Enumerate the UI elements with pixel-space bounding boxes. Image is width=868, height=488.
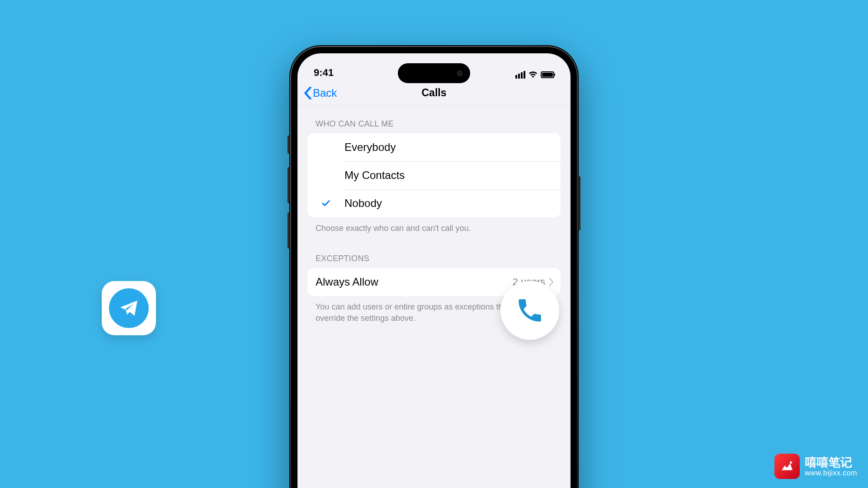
option-everybody[interactable]: Everybody (307, 133, 561, 161)
telegram-app-icon (102, 281, 156, 335)
chevron-right-icon (549, 277, 554, 286)
iphone-mockup: 9:41 Back Calls WHO CAN CALL ME Every (289, 45, 579, 488)
row-label: Always Allow (316, 276, 513, 288)
phone-screen: 9:41 Back Calls WHO CAN CALL ME Every (297, 53, 571, 488)
battery-icon (541, 71, 554, 78)
section-header-exceptions: EXCEPTIONS (316, 254, 561, 263)
power-button (578, 176, 580, 230)
side-button (288, 136, 290, 154)
watermark: 嘻嘻笔记 www.bijixx.com (774, 454, 857, 479)
section-header-who-can-call: WHO CAN CALL ME (316, 119, 561, 129)
option-nobody[interactable]: Nobody (307, 189, 561, 217)
nav-header: Back Calls (297, 80, 571, 106)
option-label: My Contacts (344, 169, 552, 182)
back-button[interactable]: Back (304, 87, 337, 99)
watermark-url: www.bijixx.com (805, 469, 857, 477)
dynamic-island (398, 63, 470, 83)
section-footer-who-can-call: Choose exactly who can and can't call yo… (316, 223, 552, 234)
volume-up-button (288, 167, 290, 203)
phone-call-icon-tile (500, 281, 559, 340)
option-label: Everybody (344, 141, 552, 154)
phone-icon (516, 296, 544, 324)
watermark-title: 嘻嘻笔记 (805, 456, 857, 469)
status-time: 9:41 (314, 67, 334, 79)
wifi-icon (528, 70, 538, 79)
option-label: Nobody (344, 197, 552, 210)
volume-down-button (288, 212, 290, 249)
option-my-contacts[interactable]: My Contacts (307, 161, 561, 189)
chevron-left-icon (304, 87, 312, 99)
checkmark-icon (321, 198, 331, 208)
svg-point-0 (789, 461, 792, 464)
telegram-plane-icon (118, 297, 140, 319)
back-label: Back (313, 87, 337, 99)
watermark-logo-icon (774, 454, 800, 479)
who-can-call-card: Everybody My Contacts Nobody (307, 133, 561, 217)
cellular-icon (515, 71, 525, 79)
page-title: Calls (422, 87, 447, 99)
